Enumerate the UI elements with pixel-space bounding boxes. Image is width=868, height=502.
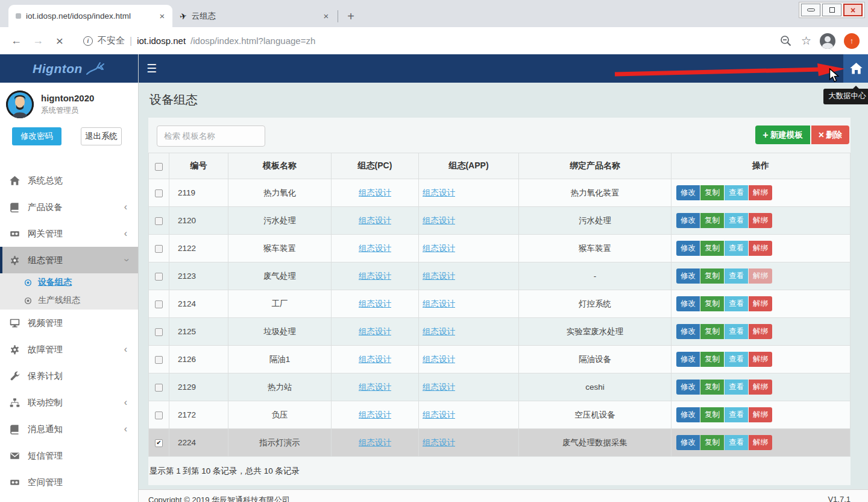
minimize-button[interactable] [801, 4, 820, 16]
row-checkbox[interactable] [155, 300, 163, 308]
scada-app-link[interactable]: 组态设计 [423, 299, 455, 308]
edit-button[interactable]: 修改 [676, 213, 700, 228]
address-bar[interactable]: 不安全 iot.idosp.net/idosp/index.html?langu… [83, 35, 773, 46]
unbind-button[interactable]: 解绑 [749, 324, 772, 339]
browser-profile-avatar[interactable] [820, 33, 835, 49]
unbind-button[interactable]: 解绑 [749, 380, 772, 395]
row-checkbox[interactable] [155, 245, 163, 253]
sidebar-item-6[interactable]: 保养计划 [0, 363, 138, 389]
hamburger-menu-icon[interactable] [146, 62, 157, 75]
view-button[interactable]: 查看 [725, 296, 748, 311]
sidebar-item-1[interactable]: 产品设备 [0, 194, 138, 220]
edit-button[interactable]: 修改 [676, 352, 700, 367]
scada-pc-link[interactable]: 组态设计 [359, 244, 391, 253]
unbind-button[interactable]: 解绑 [749, 407, 772, 422]
view-button[interactable]: 查看 [725, 380, 748, 395]
site-info-icon[interactable] [83, 36, 93, 46]
unbind-button[interactable]: 解绑 [749, 241, 772, 256]
search-input[interactable] [157, 126, 265, 147]
sidebar-item-5[interactable]: 故障管理 [0, 336, 138, 363]
sidebar-item-7[interactable]: 联动控制 [0, 389, 138, 416]
sidebar-subitem-0[interactable]: 设备组态 [0, 273, 138, 291]
sidebar-item-8[interactable]: 消息通知 [0, 416, 138, 442]
sidebar-item-0[interactable]: 系统总览 [0, 167, 138, 194]
unbind-button[interactable]: 解绑 [749, 296, 772, 311]
scada-app-link[interactable]: 组态设计 [423, 383, 455, 392]
scada-app-link[interactable]: 组态设计 [423, 410, 455, 419]
restore-button[interactable] [822, 4, 841, 16]
sidebar-item-9[interactable]: 短信管理 [0, 442, 138, 469]
sidebar-subitem-1[interactable]: 生产线组态 [0, 291, 138, 310]
copy-button[interactable]: 复制 [700, 185, 724, 200]
view-button[interactable]: 查看 [725, 435, 748, 450]
scada-pc-link[interactable]: 组态设计 [359, 355, 391, 364]
zoom-out-icon[interactable] [779, 34, 793, 48]
browser-tab-current[interactable]: iot.idosp.net/idosp/index.html [8, 5, 172, 27]
view-button[interactable]: 查看 [725, 407, 748, 422]
scada-pc-link[interactable]: 组态设计 [359, 216, 391, 225]
row-checkbox[interactable] [155, 356, 163, 364]
row-checkbox[interactable] [155, 439, 163, 447]
sidebar-item-3[interactable]: 组态管理 [0, 247, 138, 273]
scada-pc-link[interactable]: 组态设计 [359, 299, 391, 308]
stop-reload-button[interactable] [52, 33, 68, 49]
copy-button[interactable]: 复制 [700, 324, 724, 339]
row-checkbox[interactable] [155, 328, 163, 336]
unbind-button[interactable]: 解绑 [749, 435, 772, 450]
scada-pc-link[interactable]: 组态设计 [359, 327, 391, 336]
bookmark-star-icon[interactable] [801, 34, 811, 48]
edit-button[interactable]: 修改 [676, 241, 700, 256]
copy-button[interactable]: 复制 [700, 241, 724, 256]
unbind-button[interactable]: 解绑 [749, 268, 772, 284]
scada-app-link[interactable]: 组态设计 [423, 216, 455, 225]
row-checkbox[interactable] [155, 384, 163, 392]
copy-button[interactable]: 复制 [700, 380, 724, 395]
new-template-button[interactable]: 新建模板 [755, 126, 810, 144]
scada-app-link[interactable]: 组态设计 [423, 188, 455, 197]
row-checkbox[interactable] [155, 411, 163, 419]
copy-button[interactable]: 复制 [700, 435, 724, 450]
edit-button[interactable]: 修改 [676, 380, 700, 395]
row-checkbox[interactable] [155, 189, 163, 197]
new-tab-button[interactable] [343, 8, 359, 24]
close-button[interactable] [843, 4, 863, 16]
edit-button[interactable]: 修改 [676, 185, 700, 200]
edit-button[interactable]: 修改 [676, 296, 700, 311]
delete-button[interactable]: 删除 [811, 126, 849, 144]
unbind-button[interactable]: 解绑 [749, 352, 772, 367]
forward-button[interactable] [30, 33, 46, 49]
change-password-button[interactable]: 修改密码 [12, 127, 61, 145]
unbind-button[interactable]: 解绑 [749, 213, 772, 228]
view-button[interactable]: 查看 [725, 241, 748, 256]
sidebar-item-4[interactable]: 视频管理 [0, 310, 138, 336]
big-data-center-button[interactable] [843, 54, 868, 83]
copy-button[interactable]: 复制 [700, 296, 724, 311]
scada-app-link[interactable]: 组态设计 [423, 244, 455, 253]
scada-app-link[interactable]: 组态设计 [423, 272, 455, 281]
edit-button[interactable]: 修改 [676, 407, 700, 422]
select-all-checkbox[interactable] [155, 163, 163, 171]
row-checkbox[interactable] [155, 273, 163, 281]
scada-pc-link[interactable]: 组态设计 [359, 188, 391, 197]
row-checkbox[interactable] [155, 217, 163, 225]
edit-button[interactable]: 修改 [676, 435, 700, 450]
scada-pc-link[interactable]: 组态设计 [359, 383, 391, 392]
scada-pc-link[interactable]: 组态设计 [359, 272, 391, 281]
logout-button[interactable]: 退出系统 [81, 127, 122, 145]
scada-app-link[interactable]: 组态设计 [423, 438, 455, 447]
copy-button[interactable]: 复制 [700, 407, 724, 422]
view-button[interactable]: 查看 [725, 268, 748, 284]
browser-tab-cloud-scada[interactable]: 云组态 [172, 5, 336, 27]
view-button[interactable]: 查看 [725, 213, 748, 228]
unbind-button[interactable]: 解绑 [749, 185, 772, 200]
copy-button[interactable]: 复制 [700, 352, 724, 367]
scada-app-link[interactable]: 组态设计 [423, 327, 455, 336]
sidebar-item-10[interactable]: 空间管理 [0, 469, 138, 495]
tab-close-icon[interactable] [157, 11, 168, 22]
view-button[interactable]: 查看 [725, 324, 748, 339]
copy-button[interactable]: 复制 [700, 268, 724, 284]
back-button[interactable] [8, 33, 24, 49]
scada-app-link[interactable]: 组态设计 [423, 355, 455, 364]
extension-icon[interactable] [844, 33, 860, 49]
view-button[interactable]: 查看 [725, 352, 748, 367]
